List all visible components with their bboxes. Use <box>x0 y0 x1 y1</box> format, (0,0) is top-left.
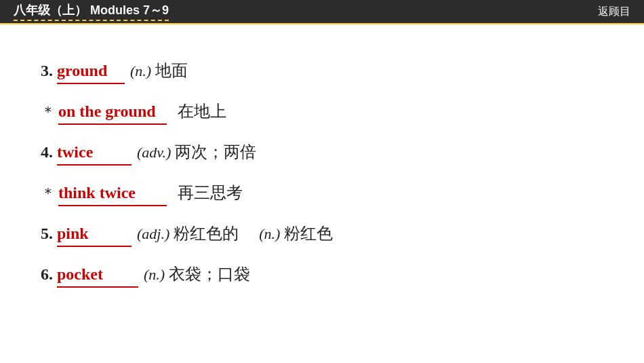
header: 八年级（上） Modules 7～9 返顾目 <box>0 0 644 24</box>
back-button[interactable]: 返顾目 <box>598 5 630 19</box>
number-5: 5. <box>41 221 53 246</box>
phrase-row-ground: ＊ on the ground 在地上 <box>41 99 603 125</box>
vocab-row-5: 5. pink (adj.) 粉红色的 (n.) 粉红色 <box>41 221 603 247</box>
word-pocket: pocket <box>57 265 103 283</box>
phrase-row-twice: ＊ think twice 再三思考 <box>41 180 603 206</box>
phrase-twice-box: think twice <box>58 180 167 206</box>
phrase-ground-box: on the ground <box>58 99 167 125</box>
star-twice: ＊ <box>41 182 56 204</box>
vocab-row-3: 3. ground (n.) 地面 <box>41 58 603 84</box>
meaning-5a: 粉红色的 <box>174 221 239 246</box>
meaning-5b: 粉红色 <box>284 221 333 246</box>
word-ground-box: ground <box>57 58 125 84</box>
header-title: 八年级（上） Modules 7～9 <box>14 2 169 21</box>
main-content: 3. ground (n.) 地面 ＊ on the ground 在地上 4.… <box>0 24 644 363</box>
word-ground: ground <box>57 62 107 79</box>
number-6: 6. <box>41 262 53 286</box>
star-ground: ＊ <box>41 100 56 123</box>
word-twice: twice <box>57 143 93 161</box>
pos-4: (adv.) <box>137 141 171 164</box>
vocab-row-6: 6. pocket (n.) 衣袋；口袋 <box>41 262 603 288</box>
phrase-twice-meaning: 再三思考 <box>178 180 243 205</box>
pos-5b: (n.) <box>259 223 280 245</box>
vocab-row-4: 4. twice (adv.) 两次；两倍 <box>41 140 603 166</box>
meaning-4: 两次；两倍 <box>175 140 256 164</box>
word-twice-box: twice <box>57 140 132 166</box>
meaning-6: 衣袋；口袋 <box>169 262 250 286</box>
pos-6: (n.) <box>144 263 165 286</box>
phrase-ground: on the ground <box>58 102 156 120</box>
pos-3: (n.) <box>130 60 151 82</box>
word-pocket-box: pocket <box>57 262 138 288</box>
word-pink: pink <box>57 225 89 242</box>
number-4: 4. <box>41 140 53 164</box>
pos-5a: (adj.) <box>137 223 169 245</box>
phrase-twice: think twice <box>58 184 136 202</box>
word-pink-box: pink <box>57 221 132 247</box>
number-3: 3. <box>41 58 53 83</box>
phrase-ground-meaning: 在地上 <box>178 99 226 123</box>
meaning-3: 地面 <box>155 58 188 83</box>
